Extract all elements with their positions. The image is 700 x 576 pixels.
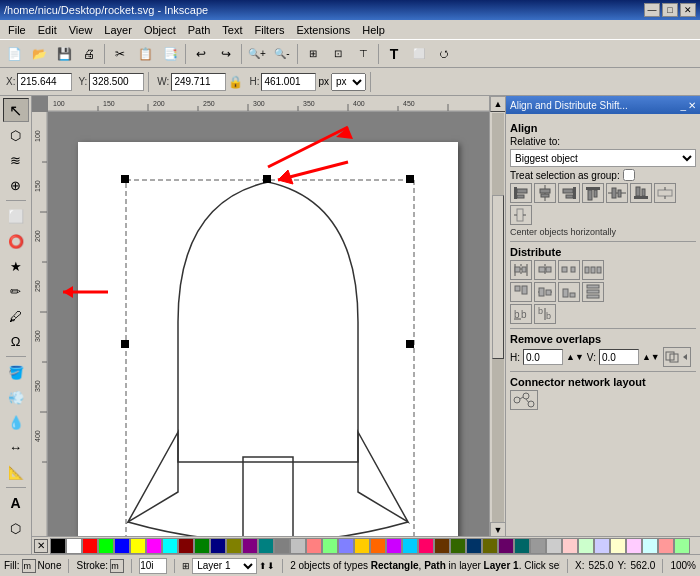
menu-text[interactable]: Text (216, 22, 248, 38)
menu-object[interactable]: Object (138, 22, 182, 38)
color-swatch[interactable] (562, 538, 578, 554)
print-button[interactable]: 🖨 (77, 42, 101, 66)
redo-button[interactable]: ↪ (214, 42, 238, 66)
color-swatch[interactable] (322, 538, 338, 554)
align-bottom-edges-button[interactable] (630, 183, 652, 203)
text-tool-tb[interactable]: T (382, 42, 406, 66)
color-swatch[interactable] (50, 538, 66, 554)
color-swatch[interactable] (210, 538, 226, 554)
distribute-gaps-vertical-button[interactable] (582, 282, 604, 302)
color-swatch[interactable] (642, 538, 658, 554)
color-swatch[interactable] (370, 538, 386, 554)
distribute-top-edges-button[interactable] (510, 282, 532, 302)
color-swatch[interactable] (482, 538, 498, 554)
spray-button[interactable]: 💨 (3, 385, 29, 409)
save-button[interactable]: 💾 (52, 42, 76, 66)
select-tool-button[interactable]: ↖ (3, 98, 29, 122)
menu-view[interactable]: View (63, 22, 99, 38)
color-swatch[interactable] (658, 538, 674, 554)
distribute-bottom-edges-button[interactable] (558, 282, 580, 302)
center-horizontally-label[interactable]: Center objects horizontally (510, 227, 696, 237)
menu-file[interactable]: File (2, 22, 32, 38)
unit-select[interactable]: px (331, 73, 366, 91)
height-input[interactable] (261, 73, 316, 91)
color-swatch[interactable] (354, 538, 370, 554)
grid-button[interactable]: ⊡ (326, 42, 350, 66)
fill-stroke-btn[interactable]: ⬜ (407, 42, 431, 66)
apply-remove-overlaps-button[interactable] (663, 347, 691, 367)
transform-btn[interactable]: ⭯ (432, 42, 456, 66)
star-tool-button[interactable]: ★ (3, 254, 29, 278)
v-overlap-input[interactable] (599, 349, 639, 365)
zoom-tool-button[interactable]: ⊕ (3, 173, 29, 197)
align-extra2-button[interactable] (510, 205, 532, 225)
color-swatch[interactable] (498, 538, 514, 554)
align-right-edges-button[interactable] (558, 183, 580, 203)
minimize-button[interactable]: — (644, 3, 660, 17)
v-overlap-stepper[interactable]: ▲▼ (642, 352, 660, 362)
distribute-centers-horizontal-button[interactable] (534, 260, 556, 280)
fill-color-box[interactable]: m (22, 559, 36, 573)
menu-extensions[interactable]: Extensions (290, 22, 356, 38)
measure-button[interactable]: 📐 (3, 460, 29, 484)
align-center-on-horizontal-axis-button[interactable] (606, 183, 628, 203)
h-overlap-input[interactable] (523, 349, 563, 365)
no-fill-swatch[interactable]: ✕ (34, 539, 48, 553)
color-swatch[interactable] (258, 538, 274, 554)
pencil-tool-button[interactable]: ✏ (3, 279, 29, 303)
color-swatch[interactable] (242, 538, 258, 554)
panel-minimize-icon[interactable]: _ (680, 100, 686, 111)
connector-button[interactable]: ↔ (3, 435, 29, 459)
lock-icon[interactable]: 🔒 (228, 75, 243, 89)
color-swatch[interactable] (610, 538, 626, 554)
panel-close-icon[interactable]: ✕ (688, 100, 696, 111)
h-overlap-stepper[interactable]: ▲▼ (566, 352, 584, 362)
node-tool-button[interactable]: ⬡ (3, 123, 29, 147)
color-swatch[interactable] (306, 538, 322, 554)
color-swatch[interactable] (626, 538, 642, 554)
undo-button[interactable]: ↩ (189, 42, 213, 66)
align-left-edges-button[interactable] (510, 183, 532, 203)
color-swatch[interactable] (386, 538, 402, 554)
align-dist-button[interactable]: ⊤ (351, 42, 375, 66)
color-swatch[interactable] (194, 538, 210, 554)
color-swatch[interactable] (178, 538, 194, 554)
close-button[interactable]: ✕ (680, 3, 696, 17)
opacity-input[interactable] (139, 558, 167, 574)
treat-as-group-checkbox[interactable] (623, 169, 635, 181)
cut-button[interactable]: ✂ (108, 42, 132, 66)
canvas[interactable] (48, 112, 489, 538)
distribute-centers-vertical-button[interactable] (534, 282, 556, 302)
color-swatch[interactable] (146, 538, 162, 554)
color-swatch[interactable] (418, 538, 434, 554)
distribute-baseline-h-button[interactable]: bb (510, 304, 532, 324)
menu-layer[interactable]: Layer (98, 22, 138, 38)
color-swatch[interactable] (402, 538, 418, 554)
pen-tool-button[interactable]: 🖊 (3, 304, 29, 328)
fill-tool-button[interactable]: 🪣 (3, 360, 29, 384)
color-swatch[interactable] (594, 538, 610, 554)
menu-filters[interactable]: Filters (249, 22, 291, 38)
canvas-area[interactable]: 100 150 200 250 300 350 400 450 (32, 96, 505, 554)
vertical-scrollbar[interactable]: ▲ ▼ (489, 96, 505, 538)
color-swatch[interactable] (66, 538, 82, 554)
x-input[interactable] (17, 73, 72, 91)
color-swatch[interactable] (162, 538, 178, 554)
circle-tool-button[interactable]: ⭕ (3, 229, 29, 253)
paste-button[interactable]: 📑 (158, 42, 182, 66)
menu-edit[interactable]: Edit (32, 22, 63, 38)
color-swatch[interactable] (114, 538, 130, 554)
calligraphy-button[interactable]: Ω (3, 329, 29, 353)
snap-button[interactable]: ⊞ (301, 42, 325, 66)
gradient-button[interactable]: ⬡ (3, 516, 29, 540)
color-swatch[interactable] (578, 538, 594, 554)
color-swatch[interactable] (546, 538, 562, 554)
tweak-tool-button[interactable]: ≋ (3, 148, 29, 172)
layer-select[interactable]: Layer 1 (192, 558, 257, 574)
stroke-color-box[interactable]: m (110, 559, 124, 573)
new-button[interactable]: 📄 (2, 42, 26, 66)
relative-to-select[interactable]: Biggest object Smallest object First sel… (510, 149, 696, 167)
text-button[interactable]: A (3, 491, 29, 515)
distribute-left-edges-button[interactable] (510, 260, 532, 280)
color-swatch[interactable] (674, 538, 690, 554)
